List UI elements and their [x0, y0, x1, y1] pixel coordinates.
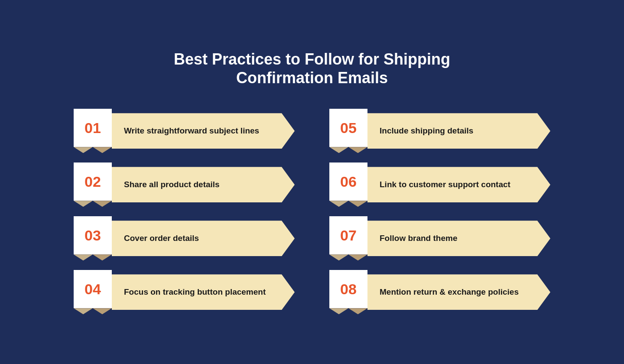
fold-left	[74, 201, 93, 207]
item-label: Share all product details	[124, 179, 220, 190]
fold-left	[329, 201, 348, 207]
item-number: 03	[84, 227, 101, 244]
fold-right	[93, 308, 112, 314]
arrow-label: Write straightforward subject lines	[112, 113, 295, 149]
item-label: Cover order details	[124, 233, 199, 244]
number-block: 04	[74, 270, 112, 314]
list-item: 04 Focus on tracking button placement	[74, 270, 295, 314]
item-label: Include shipping details	[380, 126, 473, 136]
arrow-label: Follow brand theme	[367, 221, 550, 256]
item-label: Link to customer support contact	[380, 179, 510, 190]
item-label: Mention return & exchange policies	[380, 287, 519, 298]
arrow-label: Cover order details	[112, 221, 295, 256]
page-title: Best Practices to Follow for Shipping Co…	[174, 50, 450, 87]
list-item: 01 Write straightforward subject lines	[74, 109, 295, 153]
list-item: 05 Include shipping details	[329, 109, 550, 153]
number-box: 01	[74, 109, 112, 147]
number-box: 06	[329, 162, 367, 201]
arrow-label: Mention return & exchange policies	[367, 274, 550, 310]
item-label: Focus on tracking button placement	[124, 287, 266, 298]
fold-left	[74, 147, 93, 153]
fold-decoration	[329, 147, 367, 153]
fold-left	[329, 254, 348, 260]
fold-right	[348, 147, 367, 153]
list-item: 06 Link to customer support contact	[329, 162, 550, 207]
number-block: 02	[74, 162, 112, 207]
item-label: Follow brand theme	[380, 233, 457, 244]
number-block: 03	[74, 216, 112, 260]
item-number: 08	[340, 281, 357, 298]
number-box: 07	[329, 216, 367, 254]
arrow-label: Include shipping details	[367, 113, 550, 149]
fold-left	[329, 147, 348, 153]
arrow-label: Focus on tracking button placement	[112, 274, 295, 310]
fold-right	[348, 201, 367, 207]
fold-right	[93, 254, 112, 260]
number-block: 05	[329, 109, 367, 153]
number-box: 05	[329, 109, 367, 147]
item-number: 05	[340, 120, 357, 136]
item-label: Write straightforward subject lines	[124, 126, 259, 136]
fold-decoration	[74, 147, 112, 153]
arrow-label: Share all product details	[112, 167, 295, 202]
number-block: 01	[74, 109, 112, 153]
arrow-label: Link to customer support contact	[367, 167, 550, 202]
fold-right	[348, 308, 367, 314]
list-item: 08 Mention return & exchange policies	[329, 270, 550, 314]
item-number: 04	[84, 281, 101, 298]
list-item: 02 Share all product details	[74, 162, 295, 207]
item-number: 07	[340, 227, 357, 244]
number-box: 08	[329, 270, 367, 308]
number-block: 06	[329, 162, 367, 207]
number-box: 03	[74, 216, 112, 254]
fold-decoration	[74, 308, 112, 314]
fold-decoration	[329, 201, 367, 207]
fold-decoration	[329, 254, 367, 260]
list-item: 07 Follow brand theme	[329, 216, 550, 260]
fold-right	[348, 254, 367, 260]
fold-left	[74, 254, 93, 260]
fold-decoration	[329, 308, 367, 314]
item-number: 01	[84, 120, 101, 136]
list-item: 03 Cover order details	[74, 216, 295, 260]
number-box: 02	[74, 162, 112, 201]
fold-decoration	[74, 201, 112, 207]
fold-left	[329, 308, 348, 314]
item-number: 02	[84, 173, 101, 190]
fold-right	[93, 147, 112, 153]
items-grid: 01 Write straightforward subject lines 0…	[74, 109, 550, 314]
fold-left	[74, 308, 93, 314]
item-number: 06	[340, 173, 357, 190]
number-block: 07	[329, 216, 367, 260]
fold-right	[93, 201, 112, 207]
number-block: 08	[329, 270, 367, 314]
number-box: 04	[74, 270, 112, 308]
fold-decoration	[74, 254, 112, 260]
